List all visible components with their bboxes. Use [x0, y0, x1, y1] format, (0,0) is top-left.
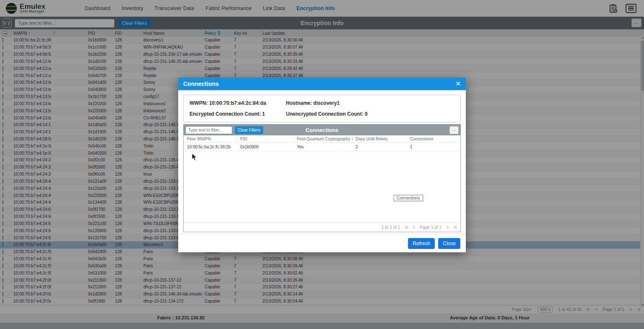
cell-pqc: Yes: [293, 145, 352, 149]
close-icon[interactable]: ✕: [455, 80, 461, 88]
dialog-footer: Refresh Close: [178, 234, 466, 252]
col-header-days-rekey[interactable]: Days Until Rekey: [352, 137, 407, 142]
connection-summary: WWPN: 10:00:70:b7:e4:2c:84:da Hostname: …: [183, 95, 461, 122]
conn-prev-page-icon[interactable]: <: [413, 225, 415, 230]
conn-next-page-icon[interactable]: >: [447, 225, 449, 230]
connections-table-header: Peer WWPN PID Post-Quantum Cryptography↑…: [184, 135, 460, 143]
dialog-title: Connections: [183, 80, 219, 87]
connections-toolbar: Clear Filters Connections ...: [184, 124, 460, 135]
connections-tooltip: Connections: [394, 195, 423, 201]
dialog-titlebar: Connections ✕: [178, 78, 466, 90]
connections-dialog: Connections ✕ WWPN: 10:00:70:b7:e4:2c:84…: [178, 78, 466, 252]
connections-panel: Clear Filters Connections ... Peer WWPN …: [183, 124, 461, 232]
summary-encrypted: Encrypted Connection Count: 1: [190, 111, 286, 117]
summary-wwpn: WWPN: 10:00:70:b7:e4:2c:84:da: [190, 100, 286, 106]
connections-row[interactable]: 10:00:5c:ba:2c:fc:39:2b 0x1b0900 Yes 2 1: [184, 143, 460, 151]
col-header-conn-pid[interactable]: PID: [237, 137, 293, 142]
refresh-button[interactable]: Refresh: [408, 238, 435, 249]
connections-filter-input[interactable]: [185, 126, 232, 134]
connections-more-button[interactable]: ...: [449, 126, 459, 134]
conn-page-indicator: Page 1 of 1: [420, 225, 441, 230]
connections-table-body: 10:00:5c:ba:2c:fc:39:2b 0x1b0900 Yes 2 1: [184, 143, 460, 151]
connections-clear-filters-button[interactable]: Clear Filters: [235, 126, 263, 134]
cell-connections: 1: [407, 145, 461, 149]
mouse-cursor-icon: [192, 153, 197, 163]
close-button[interactable]: Close: [438, 238, 460, 249]
connections-empty-area: [184, 151, 460, 223]
summary-unencrypted: Unencrypted Connection Count: 0: [286, 111, 454, 117]
summary-hostname: Hostname: discovery1: [286, 100, 454, 106]
cell-days-rekey: 2: [352, 145, 407, 149]
cell-peer-wwpn: 10:00:5c:ba:2c:fc:39:2b: [184, 145, 237, 149]
cell-conn-pid: 0x1b0900: [237, 145, 293, 149]
connections-pagination: 1 to 1 of 1 |< < Page 1 of 1 > >|: [184, 223, 460, 232]
col-header-pqc[interactable]: Post-Quantum Cryptography↑: [293, 137, 352, 142]
col-header-peer-wwpn[interactable]: Peer WWPN: [184, 137, 237, 142]
conn-first-page-icon[interactable]: |<: [405, 225, 408, 230]
col-header-connections[interactable]: Connections: [407, 137, 461, 142]
conn-row-range: 1 to 1 of 1: [382, 225, 400, 230]
app-screen: Emulex SAN Manager DashboardInventoryTra…: [0, 0, 644, 329]
conn-last-page-icon[interactable]: >|: [454, 225, 456, 230]
